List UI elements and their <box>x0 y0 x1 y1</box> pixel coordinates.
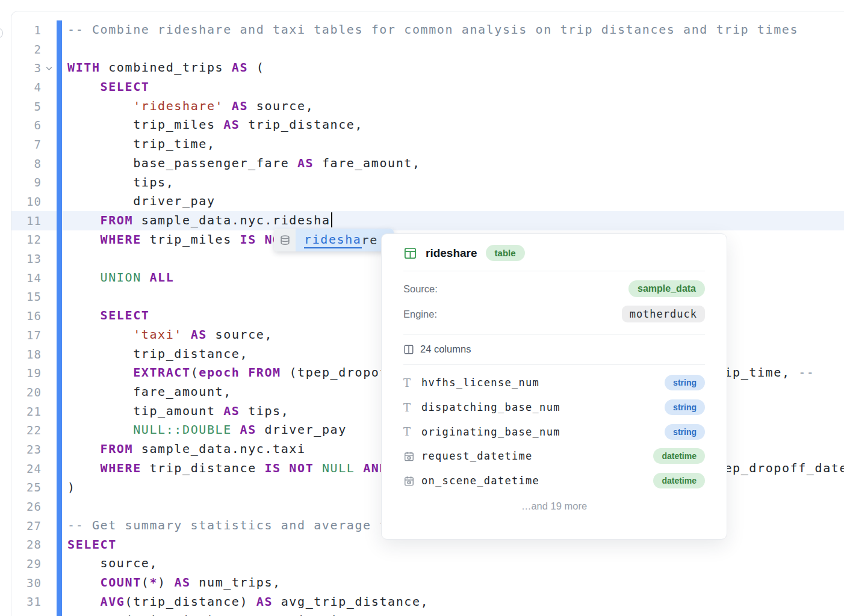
line-number: 31 <box>11 595 42 608</box>
line-number: 25 <box>11 481 42 494</box>
code-line-text: tip_amount AS tips, <box>67 402 289 421</box>
line-number: 21 <box>11 405 42 418</box>
fold-chevron-icon[interactable] <box>42 64 57 73</box>
line-number: 6 <box>11 119 42 132</box>
table-icon <box>403 246 417 260</box>
column-row: request_datetimedatetime <box>403 444 705 469</box>
autocomplete-item-rideshare[interactable]: rideshare <box>296 229 394 251</box>
code-line[interactable]: 32 AVG(trip_time) AS avg_trip_time, <box>11 611 844 616</box>
line-number: 17 <box>11 328 42 342</box>
code-line[interactable]: 7 trip_time, <box>11 135 844 154</box>
line-number: 10 <box>11 195 42 208</box>
app-window: 1-- Combine rideshare and taxi tables fo… <box>0 0 844 616</box>
code-line-text: COUNT(*) AS num_trips, <box>67 573 281 593</box>
code-line-text: SELECT <box>67 535 117 555</box>
column-name: originating_base_num <box>421 426 560 438</box>
autocomplete-rest-text: re <box>362 233 378 247</box>
code-line[interactable]: 5 'rideshare' AS source, <box>11 97 844 116</box>
code-line[interactable]: 29 source, <box>11 554 844 573</box>
text-cursor <box>331 212 332 227</box>
left-edge-partial-button[interactable] <box>0 28 3 38</box>
line-number: 16 <box>11 309 42 322</box>
code-line[interactable]: 31 AVG(trip_distance) AS avg_trip_distan… <box>11 593 844 612</box>
more-columns-text: …and 19 more <box>403 500 705 512</box>
code-line[interactable]: 10 driver_pay <box>11 192 844 211</box>
source-row: Source: sample_data <box>403 276 705 301</box>
code-line-text: UNION ALL <box>67 268 174 288</box>
line-number: 8 <box>11 157 42 170</box>
code-line[interactable]: 1-- Combine rideshare and taxi tables fo… <box>11 20 844 40</box>
code-line[interactable]: 3WITH combined_trips AS ( <box>11 58 844 78</box>
line-number: 28 <box>11 538 42 551</box>
code-line-text: source, <box>67 554 158 573</box>
column-row: Thvfhs_license_numstring <box>403 371 705 395</box>
columns-count-text: 24 columns <box>420 343 471 355</box>
datetime-icon <box>403 451 421 462</box>
source-value-badge: sample_data <box>628 280 705 297</box>
line-number: 30 <box>11 576 42 590</box>
datetime-icon <box>403 475 421 487</box>
line-number: 27 <box>11 519 42 532</box>
column-row: Toriginating_base_numstring <box>403 419 705 444</box>
code-line-text: trip_time, <box>67 135 216 154</box>
engine-value-badge: motherduck <box>622 306 705 322</box>
code-line-text: FROM sample_data.nyc.ridesha <box>67 211 332 230</box>
code-line[interactable]: 9 tips, <box>11 173 844 192</box>
engine-label: Engine: <box>403 309 437 320</box>
code-line[interactable]: 2 <box>11 40 844 59</box>
column-row: Tdispatching_base_numstring <box>403 395 705 420</box>
code-line[interactable]: 30 COUNT(*) AS num_trips, <box>11 573 844 593</box>
code-line-text: -- Combine rideshare and taxi tables for… <box>67 20 798 40</box>
code-line[interactable]: 6 trip_miles AS trip_distance, <box>11 116 844 135</box>
code-line-text: SELECT <box>67 306 149 325</box>
table-type-badge: table <box>486 245 525 261</box>
column-name: hvfhs_license_num <box>421 377 539 389</box>
line-number: 2 <box>11 43 42 56</box>
code-line-text: trip_distance, <box>67 345 248 364</box>
columns-count-row: 24 columns <box>403 334 705 365</box>
line-number: 14 <box>11 271 42 285</box>
line-number: 13 <box>11 252 42 265</box>
code-line-text: 'taxi' AS source, <box>67 325 273 345</box>
database-icon <box>274 229 296 251</box>
line-number: 4 <box>11 81 42 94</box>
code-line[interactable]: 11 FROM sample_data.nyc.ridesha <box>11 211 844 230</box>
column-name: request_datetime <box>421 450 533 462</box>
code-line-text: tips, <box>67 173 174 192</box>
text-type-icon: T <box>403 401 421 414</box>
column-row: on_scene_datetimedatetime <box>403 469 705 493</box>
column-type-badge: datetime <box>653 448 705 464</box>
line-number: 26 <box>11 500 42 513</box>
code-line-text: fare_amount, <box>67 383 232 402</box>
line-number: 15 <box>11 290 42 303</box>
code-line-text: AVG(trip_time) AS avg_trip_time, <box>67 611 363 616</box>
column-type-badge: datetime <box>653 473 705 488</box>
text-type-icon: T <box>403 425 421 438</box>
line-number: 19 <box>11 366 42 380</box>
line-number: 3 <box>11 61 42 75</box>
code-line-text: SELECT <box>67 78 149 97</box>
autocomplete-matched-text: ridesha <box>304 232 362 248</box>
line-number: 5 <box>11 100 42 113</box>
line-number: 20 <box>11 386 42 399</box>
code-line-text: AVG(trip_distance) AS avg_trip_distance, <box>67 593 429 612</box>
code-line[interactable]: 4 SELECT <box>11 78 844 97</box>
columns-icon <box>403 344 414 355</box>
autocomplete-dropdown: rideshare <box>274 229 394 251</box>
line-number: 1 <box>11 23 42 37</box>
line-number: 12 <box>11 233 42 246</box>
code-line[interactable]: 8 base_passenger_fare AS fare_amount, <box>11 154 844 173</box>
code-line-text: base_passenger_fare AS fare_amount, <box>67 154 421 173</box>
popup-table-name: rideshare <box>426 247 477 260</box>
code-line-text: driver_pay <box>67 192 216 211</box>
line-number: 23 <box>11 443 42 456</box>
code-line-text: trip_miles AS trip_distance, <box>67 116 363 135</box>
code-line-text: 'rideshare' AS source, <box>67 97 314 116</box>
changed-lines-bar <box>57 20 62 616</box>
column-type-badge: string <box>665 424 705 440</box>
line-number: 9 <box>11 176 42 189</box>
text-type-icon: T <box>403 377 421 389</box>
source-label: Source: <box>403 283 438 295</box>
column-type-badge: string <box>665 375 705 390</box>
line-number: 18 <box>11 348 42 361</box>
